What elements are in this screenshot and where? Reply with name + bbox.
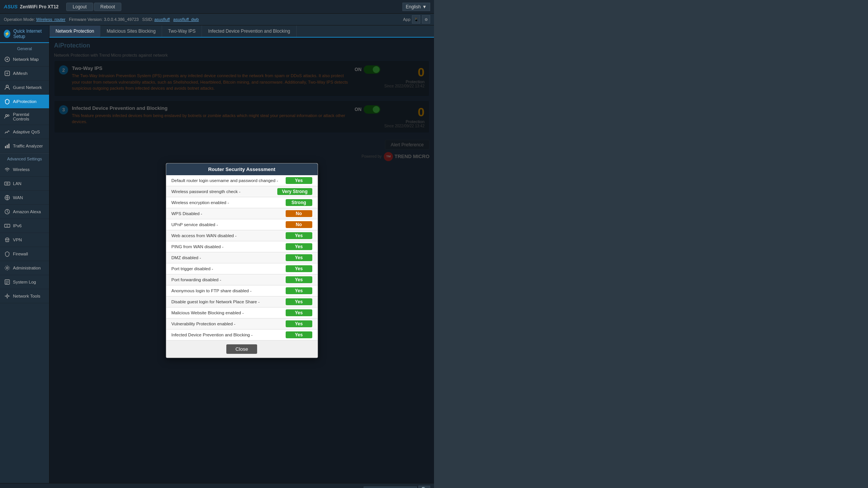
wan-icon — [4, 194, 11, 201]
sidebar-item-network-tools[interactable]: Network Tools — [0, 289, 49, 303]
app-label: App — [403, 17, 410, 22]
header: ASUS ZenWiFi Pro XT12 Logout Reboot Engl… — [0, 0, 434, 14]
fw-label: Firmware Version: — [69, 17, 103, 22]
chevron-down-icon: ▼ — [422, 4, 427, 10]
faq-search-button[interactable]: 🔍 — [418, 486, 430, 488]
faq-search-input[interactable] — [364, 486, 417, 488]
sidebar-item-aimesh[interactable]: AiMesh — [0, 67, 49, 81]
modal-row-label: UPnP service disabled - — [172, 222, 286, 227]
op-mode-link[interactable]: Wireless_router — [36, 17, 65, 22]
quick-setup-label: Quick Internet Setup — [13, 29, 45, 39]
sidebar-item-lan[interactable]: LAN — [0, 177, 49, 191]
info-bar: Operation Mode: Wireless_router Firmware… — [0, 14, 434, 25]
modal-row-label: Vulnerability Protection enabled - — [172, 322, 286, 326]
modal-row: UPnP service disabled -No — [166, 219, 318, 230]
modal-row-label: Wireless encryption enabled - — [172, 200, 286, 205]
sidebar-item-vpn[interactable]: VPN — [0, 233, 49, 247]
sidebar-item-guest-network[interactable]: Guest Network — [0, 81, 49, 95]
sidebar-item-wan[interactable]: WAN — [0, 191, 49, 205]
modal-row-status: Very Strong — [277, 188, 312, 195]
modal-row-label: Default router login username and passwo… — [172, 178, 286, 183]
modal-row-status: Yes — [286, 276, 312, 283]
modal-row-status: Yes — [286, 298, 312, 305]
sidebar-item-firewall[interactable]: Firewall — [0, 247, 49, 261]
sidebar-item-aiprotection[interactable]: AiProtection — [0, 95, 49, 109]
op-mode-label: Operation Mode: — [4, 17, 35, 22]
network-tools-icon — [4, 293, 11, 299]
sidebar-item-traffic-analyzer[interactable]: Traffic Analyzer — [0, 139, 49, 153]
modal-row-label: PING from WAN disabled - — [172, 244, 286, 249]
language-selector[interactable]: English ▼ — [402, 3, 430, 11]
svg-rect-7 — [7, 145, 8, 148]
aimesh-label: AiMesh — [13, 71, 27, 76]
fw-version: 3.0.0.4.386_49723 — [104, 17, 139, 22]
modal-row-label: Disable guest login for Network Place Sh… — [172, 299, 286, 304]
ssid1-link[interactable]: asusfluff — [154, 17, 170, 22]
language-label: English — [406, 4, 421, 10]
modal-overlay: Router Security Assessment Default route… — [49, 38, 434, 483]
sidebar-item-wireless[interactable]: Wireless — [0, 163, 49, 177]
adaptive-qos-label: Adaptive QoS — [13, 130, 40, 134]
modal-row-status: Yes — [286, 309, 312, 316]
sidebar-item-parental-controls[interactable]: Parental Controls — [0, 109, 49, 125]
sidebar-item-amazon-alexa[interactable]: Amazon Alexa — [0, 205, 49, 219]
main-layout: ⚡ Quick Internet Setup General Network M… — [0, 25, 434, 483]
reboot-button[interactable]: Reboot — [94, 3, 122, 11]
svg-text:6: 6 — [6, 225, 8, 227]
modal-close-button[interactable]: Close — [226, 344, 257, 354]
modal-row-label: Malicious Website Blocking enabled - — [172, 311, 286, 315]
ipv6-icon: 6 — [4, 222, 11, 229]
tab-infected-device[interactable]: Infected Device Prevention and Blocking — [202, 25, 296, 37]
sidebar-item-administration[interactable]: Administration — [0, 261, 49, 275]
lan-icon — [4, 180, 11, 187]
modal-row-label: WPS Disabled - — [172, 211, 286, 216]
network-map-label: Network Map — [13, 57, 39, 62]
svg-point-18 — [6, 295, 8, 297]
modal-row-status: No — [286, 221, 312, 228]
modal-row: Malicious Website Blocking enabled -Yes — [166, 307, 318, 318]
modal-row-status: Yes — [286, 177, 312, 184]
sidebar: ⚡ Quick Internet Setup General Network M… — [0, 25, 49, 483]
parental-controls-label: Parental Controls — [13, 112, 45, 121]
tab-two-way-ips[interactable]: Two-Way IPS — [162, 25, 202, 37]
logout-button[interactable]: Logout — [66, 3, 93, 11]
sidebar-advanced-label: Advanced Settings — [0, 153, 49, 163]
ssid2-link[interactable]: asusfluff_dwb — [173, 17, 199, 22]
modal-row: DMZ disabled -Yes — [166, 252, 318, 263]
traffic-analyzer-icon — [4, 143, 11, 149]
sidebar-item-system-log[interactable]: System Log — [0, 275, 49, 289]
modal-row-label: Wireless password strength check - — [172, 189, 278, 194]
modal-row: Disable guest login for Network Place Sh… — [166, 296, 318, 307]
vpn-label: VPN — [13, 238, 22, 242]
modal-row-status: Yes — [286, 232, 312, 239]
lan-label: LAN — [13, 181, 21, 186]
app-icon-1[interactable]: 📱 — [412, 15, 420, 24]
modal-row-status: Yes — [286, 265, 312, 272]
tab-malicious-sites[interactable]: Malicious Sites Blocking — [100, 25, 162, 37]
sidebar-item-ipv6[interactable]: 6 IPv6 — [0, 219, 49, 233]
administration-label: Administration — [13, 266, 41, 270]
footer-search: FAQ 🔍 — [354, 486, 430, 488]
parental-controls-icon — [4, 113, 11, 120]
modal-row: Web access from WAN disabled -Yes — [166, 230, 318, 241]
wireless-icon — [4, 166, 11, 173]
header-nav: Logout Reboot — [66, 3, 121, 11]
modal-row-label: Web access from WAN disabled - — [172, 233, 286, 238]
modal-body: Default router login username and passwo… — [166, 175, 318, 341]
modal-header: Router Security Assessment — [166, 163, 318, 175]
tab-network-protection[interactable]: Network Protection — [49, 25, 100, 38]
sidebar-general-label: General — [0, 43, 49, 52]
quick-internet-setup[interactable]: ⚡ Quick Internet Setup — [0, 25, 49, 43]
guest-network-label: Guest Network — [13, 85, 42, 90]
firewall-label: Firewall — [13, 252, 28, 256]
content-area: Network Protection Malicious Sites Block… — [49, 25, 434, 483]
app-icon-2[interactable]: ⚙ — [422, 15, 430, 24]
modal-row-label: DMZ disabled - — [172, 255, 286, 260]
sidebar-item-network-map[interactable]: Network Map — [0, 52, 49, 67]
sidebar-item-adaptive-qos[interactable]: Adaptive QoS — [0, 125, 49, 139]
modal-row-status: No — [286, 210, 312, 217]
modal-footer: Close — [166, 341, 318, 358]
ipv6-label: IPv6 — [13, 223, 22, 228]
modal-row-label: Anonymous login to FTP share disabled - — [172, 288, 286, 293]
svg-point-16 — [6, 267, 8, 269]
